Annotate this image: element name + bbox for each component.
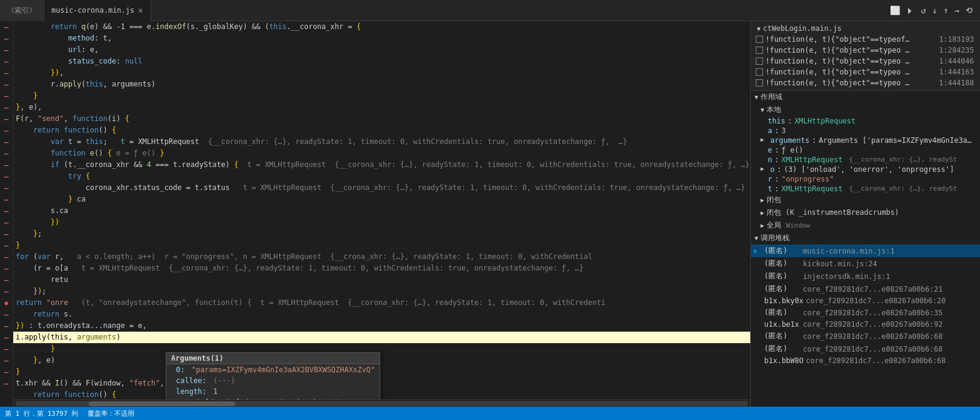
popup-key-0: 0: — [176, 366, 184, 374]
maximize-icon[interactable]: ⬜ — [888, 4, 903, 16]
closure2-header[interactable]: ▶ 闭包 (K _instrumentBreadcrumbs) — [751, 206, 980, 219]
code-line: }; — [13, 228, 750, 240]
closure-header[interactable]: ▶ 闭包 — [751, 194, 980, 206]
tab-index[interactable]: 《索引》 — [0, 0, 44, 21]
scroll-thumb[interactable] — [89, 401, 235, 406]
local-header[interactable]: ▼ 本地 — [751, 103, 980, 116]
checkbox-item-2[interactable]: !function(e, t){"object"==typeo f… 1:444… — [754, 56, 976, 67]
step-out-icon[interactable]: ↑ — [941, 4, 950, 16]
var-n[interactable]: n : XMLHttpRequest {__corona_xhr: {…}, r… — [751, 155, 980, 165]
var-e[interactable]: e : ƒ e() — [751, 145, 980, 155]
code-line: r.apply(this, arguments) — [13, 79, 750, 90]
gutter-item: − — [0, 217, 13, 228]
callstack-title: 调用堆栈 — [761, 233, 790, 243]
var-colon: : — [788, 117, 792, 125]
deactivate-icon[interactable]: ⟲ — [963, 4, 975, 16]
callstack-frame-1[interactable]: (匿名) kickout.min.js:24 — [751, 257, 980, 270]
tab-music-corona[interactable]: music-corona.min.js × — [44, 0, 151, 21]
code-text: status_code: null — [13, 56, 750, 67]
code-line: url: e, — [13, 44, 750, 56]
horizontal-scrollbar[interactable] — [13, 399, 750, 407]
code-text: } — [13, 90, 750, 102]
code-text: r.apply(this, arguments) — [13, 79, 750, 90]
gutter-item: − — [0, 79, 13, 90]
cb-text-2: !function(e, t){"object"==typeo f… — [765, 57, 910, 65]
callstack-frame-7[interactable]: (匿名) core_f289281dc7...e08267a00b6:68 — [751, 330, 980, 343]
code-text: F(r, "send", function(i) { — [13, 113, 750, 125]
var-this[interactable]: this : XMLHttpRequest — [751, 116, 980, 126]
callstack-frame-8[interactable]: (匿名) core_f289281dc7...e08267a00b6:68 — [751, 343, 980, 355]
global-header[interactable]: ▶ 全局 Window — [751, 219, 980, 232]
cursor-position: 第 1 行，第 13797 列 — [5, 409, 78, 418]
code-text: retu — [13, 274, 750, 286]
gutter-item: − — [0, 21, 13, 33]
code-text: return s. — [13, 309, 750, 320]
gutter-item: − — [0, 263, 13, 274]
gutter-item: − — [0, 366, 13, 378]
gutter-item: − — [0, 286, 13, 297]
checkbox-3[interactable] — [756, 68, 763, 76]
callstack-frame-6[interactable]: u1x.be1x core_f289281dc7...e08267a00b6:9… — [751, 319, 980, 330]
gutter-item: − — [0, 159, 13, 171]
popup-key-length: length: — [176, 387, 207, 396]
cb-text-4: !function(e, t){"object"==typeo f… — [765, 79, 910, 87]
code-line: }) : t.onreadysta...nange = e, — [13, 320, 750, 332]
continue-icon[interactable]: → — [952, 4, 962, 16]
ctweblogin-label: ▼ ctWebLogin.main.js — [754, 23, 976, 34]
callstack-frame-9[interactable]: b1x.bbW8O core_f289281dc7...e08267a00b6:… — [751, 355, 980, 366]
step-over-icon[interactable]: ↺ — [918, 4, 928, 16]
code-text: }) : t.onreadysta...nange = e, — [13, 320, 750, 332]
var-name-a: a — [768, 126, 772, 135]
checkbox-item-1[interactable]: !function(e, t){"object"==typeo f… 1:284… — [754, 45, 976, 56]
close-icon[interactable]: × — [138, 6, 143, 15]
callstack-frame-5[interactable]: (匿名) core_f289281dc7...e08267a00b6:35 — [751, 306, 980, 319]
callstack-frame-2[interactable]: (匿名) injectorsdk.min.js:1 — [751, 270, 980, 283]
code-line: } ca Arguments(1) 0: "params=IXZFymv4mGn… — [13, 194, 750, 205]
tab-index-label: 《索引》 — [7, 5, 36, 16]
code-line: }, e), — [13, 102, 750, 113]
code-container[interactable]: return q(e) && -1 === e.indexOf(s._globa… — [13, 21, 750, 399]
checkbox-1[interactable] — [756, 47, 763, 54]
right-panel-content[interactable]: ▼ ctWebLogin.main.js !function(e, t){"ob… — [751, 21, 980, 407]
gutter-item: − — [0, 378, 13, 389]
var-val-r: "onprogress" — [781, 175, 834, 183]
code-line: return function() { — [13, 389, 750, 399]
code-text-highlighted: i.apply(this, arguments) — [13, 332, 750, 343]
gutter-item: − — [0, 251, 13, 263]
var-a[interactable]: a : 3 — [751, 126, 980, 136]
callstack-section-header[interactable]: ▼ 调用堆栈 — [751, 232, 980, 244]
closure2-title: 闭包 (K _instrumentBreadcrumbs) — [767, 208, 899, 218]
callstack-frame-3[interactable]: (匿名) core_f289281dc7...e08267a00b6:21 — [751, 283, 980, 295]
checkbox-item-3[interactable]: !function(e, t){"object"==typeo f… 1:444… — [754, 67, 976, 77]
popup-row-symbol[interactable]: ▶ Symbol(Symbol.iterator): ƒ values() — [166, 397, 380, 399]
callstack-frame-4[interactable]: b1x.bky0x core_f289281dc7...e08267a00b6:… — [751, 295, 980, 306]
var-arguments[interactable]: ▶ arguments : Arguments ['params=IXZFymv… — [751, 136, 980, 145]
tab-bar: 《索引》 music-corona.min.js × ⬜ ⏵ ↺ ↓ ↑ → ⟲ — [0, 0, 980, 21]
checkbox-item-0[interactable]: !function(e, t){"object"==typeof… 1:1831… — [754, 34, 976, 45]
code-line: return "onre (t, "onreadystatechange", f… — [13, 297, 750, 309]
code-text: } — [13, 366, 750, 378]
scopes-header[interactable]: ▼ 作用域 — [751, 91, 980, 103]
code-text: (r = o[a t = XMLHttpRequest {__corona_xh… — [13, 263, 750, 274]
frame-file-8: core_f289281dc7...e08267a00b6:68 — [803, 345, 975, 353]
var-t[interactable]: t : XMLHttpRequest {__corona_xhr: {…}, r… — [751, 184, 980, 194]
checkbox-4[interactable] — [756, 79, 763, 87]
checkbox-0[interactable] — [756, 36, 763, 43]
gutter-item-breakpoint: ● — [0, 297, 13, 309]
var-o[interactable]: ▶ o : (3) ['onload', 'onerror', 'onprogr… — [751, 165, 980, 174]
code-text: }); — [13, 286, 750, 297]
callstack-group-header: ▼ ctWebLogin.main.js !function(e, t){"ob… — [751, 21, 980, 91]
step-into-icon[interactable]: ↓ — [930, 4, 939, 16]
var-name-this: this — [768, 117, 785, 125]
checkbox-item-4[interactable]: !function(e, t){"object"==typeo f… 1:444… — [754, 77, 976, 88]
resume-icon[interactable]: ⏵ — [904, 4, 917, 16]
code-line: return function() { — [13, 125, 750, 136]
callstack-frame-0[interactable]: ● (匿名) music-corona.min.js:1 — [751, 244, 980, 257]
closure-arrow-icon: ▶ — [761, 197, 764, 203]
local-arrow-icon: ▼ — [761, 107, 764, 113]
code-text: method: t, — [13, 33, 750, 44]
active-frame-icon: ● — [753, 248, 762, 254]
popup-title: Arguments(1) — [166, 353, 380, 364]
checkbox-2[interactable] — [756, 57, 763, 65]
var-r[interactable]: r : "onprogress" — [751, 174, 980, 184]
